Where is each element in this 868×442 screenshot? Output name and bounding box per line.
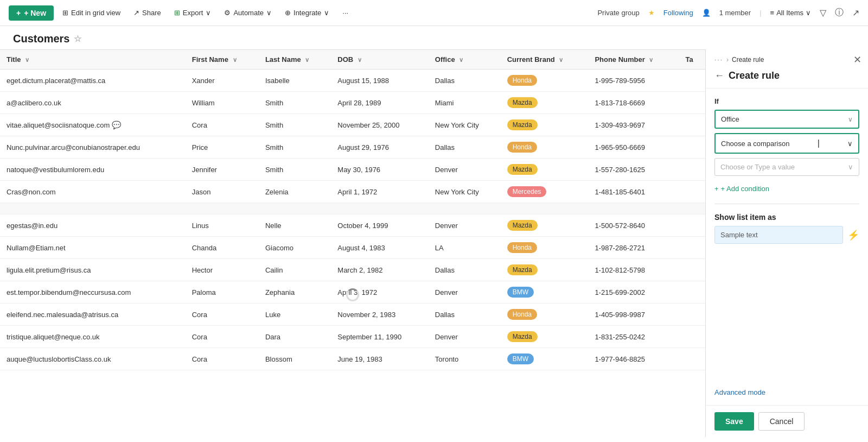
field-chevron-icon: ∨: [848, 116, 853, 123]
edit-grid-button[interactable]: ⊞ Edit in grid view: [58, 7, 125, 19]
cell-first-name: Xander: [186, 70, 259, 92]
table-row[interactable]: vitae.aliquet@sociisnatoque.com 💬 Cora S…: [0, 114, 705, 136]
filter-button[interactable]: ▽: [820, 8, 826, 18]
panel-body: If Office ∨ Choose a comparison | ∨ Choo…: [706, 89, 868, 380]
cell-brand: Mazda: [501, 159, 589, 181]
cell-last-name: Smith: [259, 92, 331, 114]
table-row[interactable]: Cras@non.com Jason Zelenia April 1, 1972…: [0, 181, 705, 203]
value-select[interactable]: Choose or Type a value ∨: [714, 158, 859, 176]
cell-first-name: Cora: [186, 348, 259, 370]
cell-ta: [679, 348, 705, 370]
new-button[interactable]: + + New: [9, 5, 54, 21]
cell-first-name: Hector: [186, 259, 259, 281]
col-title[interactable]: Title ∨: [0, 50, 186, 70]
table-row[interactable]: egestas@in.edu Linus Nelle October 4, 19…: [0, 214, 705, 237]
col-first-name[interactable]: First Name ∨: [186, 50, 259, 70]
more-icon: ···: [342, 9, 348, 17]
format-button[interactable]: ⚡: [847, 229, 859, 241]
cell-phone: 1-309-493-9697: [588, 114, 679, 136]
favorite-star-icon[interactable]: ☆: [74, 34, 81, 44]
table-row[interactable]: eget.dictum.placerat@mattis.ca Xander Is…: [0, 70, 705, 92]
member-label: 1 member: [719, 9, 751, 17]
integrate-icon: ⊕: [285, 9, 291, 17]
automate-chevron-icon: ∨: [266, 9, 272, 17]
cell-last-name: Zelenia: [259, 181, 331, 203]
panel-divider: [714, 204, 859, 204]
field-select[interactable]: Office ∨: [714, 110, 859, 129]
col-current-brand[interactable]: Current Brand ∨: [501, 50, 589, 70]
cell-first-name: Linus: [186, 214, 259, 237]
share-button[interactable]: ↗ Share: [129, 7, 165, 19]
cell-first-name: William: [186, 92, 259, 114]
col-last-name[interactable]: Last Name ∨: [259, 50, 331, 70]
info-button[interactable]: ⓘ: [835, 7, 844, 18]
cell-ta: [679, 281, 705, 304]
private-group-label: Private group: [597, 9, 639, 17]
col-dob[interactable]: DOB ∨: [331, 50, 429, 70]
cell-office: Denver: [429, 159, 501, 181]
save-button[interactable]: Save: [714, 412, 754, 431]
cell-phone: 1-995-789-5956: [588, 70, 679, 92]
cell-phone: 1-831-255-0242: [588, 326, 679, 348]
table-area: Title ∨ First Name ∨ Last Name ∨ DOB ∨ O…: [0, 49, 705, 437]
expand-button[interactable]: ↗: [852, 8, 859, 18]
brand-badge: BMW: [507, 287, 534, 298]
excel-icon: ⊞: [174, 9, 180, 17]
add-condition-button[interactable]: + + Add condition: [714, 182, 769, 195]
cell-phone: 1-405-998-9987: [588, 304, 679, 326]
cell-last-name: Cailin: [259, 259, 331, 281]
table-row[interactable]: tristique.aliquet@neque.co.uk Cora Dara …: [0, 326, 705, 348]
all-items-button[interactable]: ≡ All Items ∨: [770, 9, 811, 17]
comparison-select[interactable]: Choose a comparison | ∨: [714, 133, 859, 154]
if-label: If: [714, 97, 859, 105]
cell-dob: November 2, 1983: [331, 304, 429, 326]
table-row[interactable]: eleifend.nec.malesuada@atrisus.ca Cora L…: [0, 304, 705, 326]
cell-last-name: Blossom: [259, 348, 331, 370]
cell-ta: [679, 159, 705, 181]
col-office[interactable]: Office ∨: [429, 50, 501, 70]
cell-phone: 1-500-572-8640: [588, 214, 679, 237]
table-row[interactable]: a@aclibero.co.uk William Smith April 28,…: [0, 92, 705, 114]
table-row[interactable]: Nunc.pulvinar.arcu@conubianostraper.edu …: [0, 136, 705, 159]
panel-back-button[interactable]: ←: [714, 70, 724, 81]
top-bar: + + New ⊞ Edit in grid view ↗ Share ⊞ Ex…: [0, 0, 868, 26]
col-phone-number[interactable]: Phone Number ∨: [588, 50, 679, 70]
cell-ta: [679, 70, 705, 92]
brand-badge: Honda: [507, 242, 537, 253]
cell-last-name: Isabelle: [259, 70, 331, 92]
sample-text-row: Sample text ⚡: [714, 226, 859, 244]
cancel-button[interactable]: Cancel: [758, 412, 805, 431]
panel-close-button[interactable]: ✕: [853, 54, 861, 66]
table-row[interactable]: ligula.elit.pretium@risus.ca Hector Cail…: [0, 259, 705, 281]
cell-phone: 1-987-286-2721: [588, 237, 679, 259]
integrate-chevron-icon: ∨: [324, 9, 329, 17]
export-button[interactable]: ⊞ Export ∨: [170, 7, 216, 19]
cell-ta: [679, 114, 705, 136]
cell-first-name: Paloma: [186, 281, 259, 304]
brand-badge: Honda: [507, 75, 537, 86]
automate-icon: ⚙: [224, 9, 231, 17]
breadcrumb-current: Create rule: [732, 56, 764, 64]
cell-title: est.tempor.bibendum@neccursusa.com: [0, 281, 186, 304]
more-button[interactable]: ···: [338, 7, 353, 19]
advanced-mode-link[interactable]: Advanced mode: [714, 384, 859, 401]
table-separator: [0, 203, 705, 214]
cell-phone: 1-102-812-5798: [588, 259, 679, 281]
brand-badge: Mazda: [507, 331, 538, 342]
integrate-button[interactable]: ⊕ Integrate ∨: [280, 7, 334, 19]
panel-title: Create rule: [729, 70, 780, 81]
cell-ta: [679, 181, 705, 203]
cell-dob: September 11, 1990: [331, 326, 429, 348]
cell-brand: Honda: [501, 304, 589, 326]
cell-office: New York City: [429, 114, 501, 136]
cell-ta: [679, 237, 705, 259]
automate-button[interactable]: ⚙ Automate ∨: [220, 7, 276, 19]
brand-badge: BMW: [507, 353, 534, 364]
following-label[interactable]: Following: [663, 9, 693, 17]
table-row[interactable]: auque@luctuslobortisClass.co.uk Cora Blo…: [0, 348, 705, 370]
col-ta[interactable]: Ta: [679, 50, 705, 70]
cell-dob: March 2, 1982: [331, 259, 429, 281]
table-row[interactable]: natoque@vestibulumlorem.edu Jennifer Smi…: [0, 159, 705, 181]
table-row[interactable]: Nullam@Etiam.net Chanda Giacomo August 4…: [0, 237, 705, 259]
export-chevron-icon: ∨: [206, 9, 211, 17]
